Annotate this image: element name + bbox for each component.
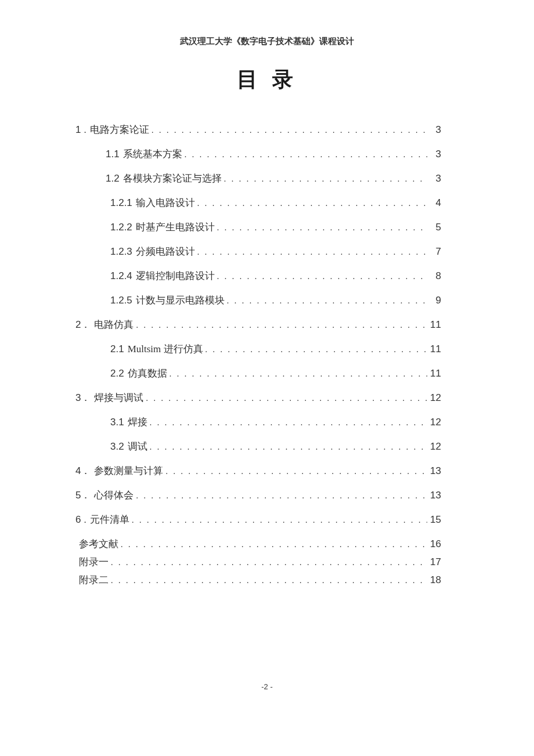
toc-dots (150, 443, 427, 452)
toc-dots (151, 126, 427, 135)
toc-entry-label: 电路方案论证 (90, 123, 149, 136)
toc-dots (169, 370, 427, 379)
toc-entry-page: 11 (430, 343, 441, 355)
toc-entry-label: 电路仿真 (94, 318, 134, 331)
toc-dots (217, 223, 427, 233)
toc-dots (132, 516, 427, 525)
toc-entry-page: 4 (430, 197, 441, 209)
toc-entry-page: 13 (430, 490, 441, 501)
page-title: 目 录 (0, 66, 534, 94)
toc-entry-label: 参数测量与计算 (94, 464, 163, 478)
toc-entry-number: 1.1 (106, 149, 120, 160)
toc-entry-number: 5． (75, 489, 91, 502)
toc-entry-number: 1.2.1 (110, 197, 132, 209)
toc-entry-page: 11 (430, 368, 441, 379)
toc-dots (205, 345, 427, 355)
toc-entry-number: 3.2 (110, 441, 124, 453)
toc-dots (146, 394, 427, 403)
toc-dots (227, 296, 427, 306)
toc-entry: 1.2.2时基产生电路设计5 (75, 220, 441, 234)
toc-dots (136, 321, 427, 330)
toc-entry-label: 心得体会 (94, 489, 134, 502)
toc-entry-number: 1.2 (106, 173, 120, 185)
toc-entry-page: 7 (430, 246, 441, 258)
toc-entry-page: 18 (430, 574, 441, 586)
toc-dots (111, 576, 427, 585)
toc-dots (217, 272, 427, 281)
toc-entry-page: 12 (430, 392, 441, 404)
toc-entry-label: 各模块方案论证与选择 (123, 172, 222, 185)
toc-entry-page: 8 (430, 270, 441, 282)
toc-entry: 附录二18 (75, 573, 441, 587)
toc-entry-number: 1 . (75, 124, 86, 136)
toc-entry: 2.1Multsim 进行仿真11 (75, 342, 441, 356)
toc-entry: 4．参数测量与计算13 (75, 464, 441, 478)
toc-entry-number: 2.2 (110, 368, 124, 379)
toc-dots (197, 248, 427, 257)
toc-entry-label: 附录一 (79, 555, 109, 569)
toc-entry-page: 3 (430, 124, 441, 136)
toc-entry-page: 3 (430, 149, 441, 160)
table-of-contents: 1 .电路方案论证31.1系统基本方案31.2各模块方案论证与选择31.2.1输… (0, 123, 534, 587)
toc-entry-page: 17 (430, 556, 441, 568)
toc-dots (197, 199, 427, 208)
toc-dots (121, 540, 427, 549)
toc-dots (224, 175, 427, 184)
toc-entry-page: 15 (430, 514, 441, 526)
toc-entry-label: 逻辑控制电路设计 (136, 269, 215, 283)
toc-entry: 3.1焊接12 (75, 415, 441, 429)
toc-entry-page: 12 (430, 441, 441, 453)
toc-entry-number: 2． (75, 318, 91, 331)
toc-entry-label: 仿真数据 (128, 367, 167, 380)
toc-entry: 1 .电路方案论证3 (75, 123, 441, 136)
toc-entry-label: 计数与显示电路模块 (136, 294, 225, 307)
toc-entry-label: 系统基本方案 (123, 147, 182, 161)
toc-entry: 1.2.4逻辑控制电路设计8 (75, 269, 441, 283)
toc-entry: 1.2.3分频电路设计7 (75, 245, 441, 258)
toc-dots (111, 558, 427, 567)
toc-entry-number: 1.2.4 (110, 270, 132, 282)
toc-entry: 1.1系统基本方案3 (75, 147, 441, 161)
toc-dots (136, 491, 427, 501)
toc-entry-label: 参考文献 (79, 537, 118, 551)
toc-entry: 3.2调试12 (75, 440, 441, 453)
toc-entry-page: 11 (430, 319, 441, 331)
toc-entry-label: 元件清单 (90, 513, 129, 526)
toc-entry-number: 3.1 (110, 417, 124, 428)
toc-entry-number: 3． (75, 391, 91, 404)
toc-entry-number: 1.2.2 (110, 222, 132, 233)
toc-entry: 2.2仿真数据11 (75, 367, 441, 380)
toc-entry: 参考文献16 (75, 537, 441, 551)
toc-entry-label: 输入电路设计 (136, 196, 195, 209)
toc-entry-label: 焊接与调试 (94, 391, 143, 404)
page-footer: -2 - (0, 682, 534, 691)
toc-entry: 5．心得体会13 (75, 489, 441, 502)
toc-entry-number: 2.1 (110, 343, 124, 355)
toc-entry-label: 调试 (128, 440, 147, 453)
toc-entry-label: Multsim 进行仿真 (128, 342, 203, 356)
toc-entry: 6 .元件清单15 (75, 513, 441, 526)
toc-dots (150, 418, 427, 428)
toc-entry-label: 附录二 (79, 573, 109, 587)
toc-entry-label: 时基产生电路设计 (136, 220, 215, 234)
toc-entry-label: 分频电路设计 (136, 245, 195, 258)
toc-entry-page: 16 (430, 538, 441, 550)
toc-entry: 附录一17 (75, 555, 441, 569)
toc-entry-number: 4． (75, 464, 91, 478)
toc-entry: 1.2.5计数与显示电路模块9 (75, 294, 441, 307)
toc-entry: 1.2.1输入电路设计4 (75, 196, 441, 209)
toc-entry: 3．焊接与调试12 (75, 391, 441, 404)
toc-entry-page: 3 (430, 173, 441, 185)
toc-entry-number: 1.2.3 (110, 246, 132, 258)
toc-entry: 2．电路仿真11 (75, 318, 441, 331)
toc-entry-label: 焊接 (128, 415, 147, 429)
toc-entry-number: 6 . (75, 514, 86, 526)
page-header: 武汉理工大学《数字电子技术基础》课程设计 (0, 0, 534, 47)
toc-entry-page: 5 (430, 222, 441, 233)
toc-entry-page: 9 (430, 295, 441, 306)
toc-entry: 1.2各模块方案论证与选择3 (75, 172, 441, 185)
toc-dots (165, 467, 427, 476)
toc-entry-page: 13 (430, 465, 441, 477)
toc-entry-page: 12 (430, 417, 441, 428)
toc-entry-number: 1.2.5 (110, 295, 132, 306)
